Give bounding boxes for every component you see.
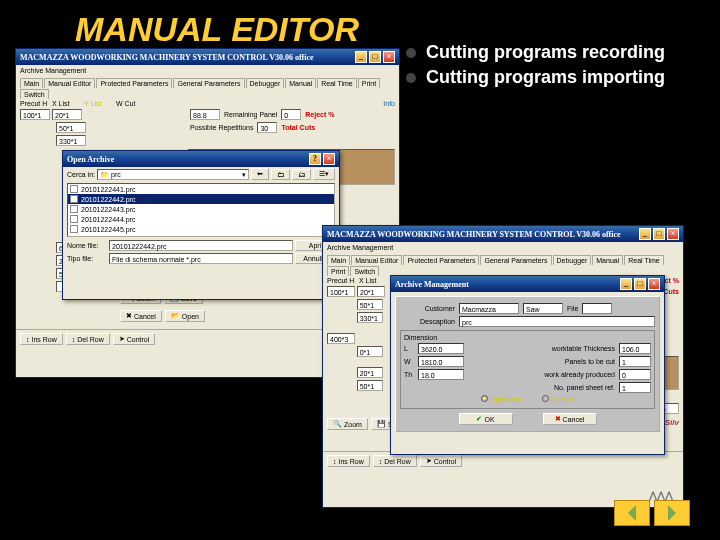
tab-manual-editor[interactable]: Manual Editor: [351, 255, 402, 265]
prev-button[interactable]: [614, 500, 650, 526]
cancel-button[interactable]: ✖Cancel: [120, 310, 162, 322]
filename-label: Nome file:: [67, 242, 107, 249]
views-button[interactable]: ☰▾: [313, 168, 335, 180]
file-icon: [70, 215, 78, 223]
lookin-combo[interactable]: 📁prc▾: [97, 169, 249, 180]
np-field[interactable]: 1: [619, 382, 651, 393]
file-icon: [70, 205, 78, 213]
tab-protected[interactable]: Protected Parameters: [403, 255, 479, 265]
newfolder-button[interactable]: 🗂: [292, 169, 311, 180]
minimize-button[interactable]: _: [639, 228, 651, 240]
description-field[interactable]: prc: [459, 316, 655, 327]
close-button[interactable]: ×: [667, 228, 679, 240]
help-button[interactable]: ?: [309, 153, 321, 165]
rp-n[interactable]: 0: [281, 109, 301, 120]
rp-field[interactable]: 88.8: [190, 109, 220, 120]
total-cuts-label: Total Cuts: [281, 124, 315, 131]
ext-field[interactable]: Saw: [523, 303, 563, 314]
file-item[interactable]: 20101222445.prc: [68, 224, 334, 234]
tab-print[interactable]: Print: [358, 78, 380, 88]
tab-general[interactable]: General Parameters: [173, 78, 244, 88]
minimize-button[interactable]: _: [355, 51, 367, 63]
tab-switch[interactable]: Switch: [20, 89, 49, 99]
maximize-button[interactable]: □: [369, 51, 381, 63]
tab-bar: Main Manual Editor Protected Parameters …: [323, 253, 683, 276]
possible-rep-label: Possible Repetitions: [190, 124, 253, 131]
row-val[interactable]: 20*1: [357, 367, 383, 378]
control-button[interactable]: ➤Control: [420, 455, 463, 467]
file-item[interactable]: 20101222442.prc: [68, 194, 334, 204]
tab-manual[interactable]: Manual: [592, 255, 623, 265]
file-icon: [70, 195, 78, 203]
back-button[interactable]: ⬅: [251, 168, 269, 180]
tab-debugger[interactable]: Debugger: [553, 255, 592, 265]
pb-field[interactable]: 1: [619, 356, 651, 367]
optimized-radio[interactable]: Optimized: [481, 395, 521, 403]
maximize-button[interactable]: □: [653, 228, 665, 240]
minimize-button[interactable]: _: [620, 278, 632, 290]
tab-manual[interactable]: Manual: [285, 78, 316, 88]
file-item[interactable]: 20101222443.prc: [68, 204, 334, 214]
titlebar: Open Archive ? ×: [63, 151, 339, 167]
close-button[interactable]: ×: [648, 278, 660, 290]
wt-field[interactable]: 106.0: [619, 343, 651, 354]
tab-print[interactable]: Print: [327, 266, 349, 276]
cancel-button[interactable]: ✖Cancel: [543, 413, 597, 425]
next-button[interactable]: [654, 500, 690, 526]
close-button[interactable]: ×: [323, 153, 335, 165]
file-list[interactable]: 20101222441.prc 20101222442.prc 20101222…: [67, 183, 335, 237]
row-val[interactable]: 100*1: [327, 286, 355, 297]
menu-bar[interactable]: Archive Management: [16, 65, 399, 76]
zoom-button[interactable]: 🔍Zoom: [327, 418, 368, 430]
xlist-label: X List: [359, 277, 389, 284]
row-val[interactable]: 50*1: [357, 380, 383, 391]
tab-protected[interactable]: Protected Parameters: [96, 78, 172, 88]
panel-sheet-ref-label: No. panel sheet ref.: [404, 384, 615, 391]
manual-radio[interactable]: Manual: [542, 395, 574, 403]
menu-bar[interactable]: Archive Management: [323, 242, 683, 253]
file-item[interactable]: 20101222441.prc: [68, 184, 334, 194]
tab-realtime[interactable]: Real Time: [317, 78, 357, 88]
ins-row-button[interactable]: ↕Ins Row: [327, 455, 370, 467]
worktable-thickness-label: worktable Thickness: [468, 345, 615, 352]
control-button[interactable]: ➤Control: [113, 333, 156, 345]
maximize-button[interactable]: □: [634, 278, 646, 290]
row-val[interactable]: 20*1: [52, 109, 82, 120]
tab-debugger[interactable]: Debugger: [246, 78, 285, 88]
del-row-button[interactable]: ↕Del Row: [66, 333, 110, 345]
open-button[interactable]: 📂Open: [165, 310, 205, 322]
tab-realtime[interactable]: Real Time: [624, 255, 664, 265]
row-val[interactable]: 0*1: [357, 346, 383, 357]
tab-main[interactable]: Main: [20, 78, 43, 88]
del-row-button[interactable]: ↕Del Row: [373, 455, 417, 467]
ok-button[interactable]: ✔OK: [459, 413, 513, 425]
Th-field[interactable]: 18.0: [418, 369, 464, 380]
row-val[interactable]: 50*1: [56, 122, 86, 133]
row-val[interactable]: 100*1: [20, 109, 50, 120]
row-val[interactable]: 400*3: [327, 333, 355, 344]
close-button[interactable]: ×: [383, 51, 395, 63]
pr-field[interactable]: 30: [257, 122, 277, 133]
tab-general[interactable]: General Parameters: [480, 255, 551, 265]
row-val[interactable]: 50*1: [357, 299, 383, 310]
up-button[interactable]: 🗀: [271, 169, 290, 180]
file-field[interactable]: [582, 303, 612, 314]
precut-label: Precut H: [20, 100, 50, 107]
filename-field[interactable]: 20101222442.prc: [109, 240, 293, 251]
filetype-combo[interactable]: File di schema normale *.prc: [109, 253, 293, 264]
tab-main[interactable]: Main: [327, 255, 350, 265]
row-val[interactable]: 330*1: [357, 312, 383, 323]
row-val[interactable]: 330*1: [56, 135, 86, 146]
W-field[interactable]: 1810.0: [418, 356, 464, 367]
row-val[interactable]: 20*1: [357, 286, 385, 297]
file-item[interactable]: 20101222444.prc: [68, 214, 334, 224]
lookin-label: Cerca in:: [67, 171, 95, 178]
customer-field[interactable]: Macmazza: [459, 303, 519, 314]
description-label: Descaption: [400, 318, 455, 325]
wp-field[interactable]: 0: [619, 369, 651, 380]
tab-manual-editor[interactable]: Manual Editor: [44, 78, 95, 88]
L-field[interactable]: 3620.0: [418, 343, 464, 354]
tab-switch[interactable]: Switch: [350, 266, 379, 276]
archive-management-dialog: Archive Management _ □ × Customer Macmaz…: [390, 275, 665, 455]
ins-row-button[interactable]: ↕Ins Row: [20, 333, 63, 345]
